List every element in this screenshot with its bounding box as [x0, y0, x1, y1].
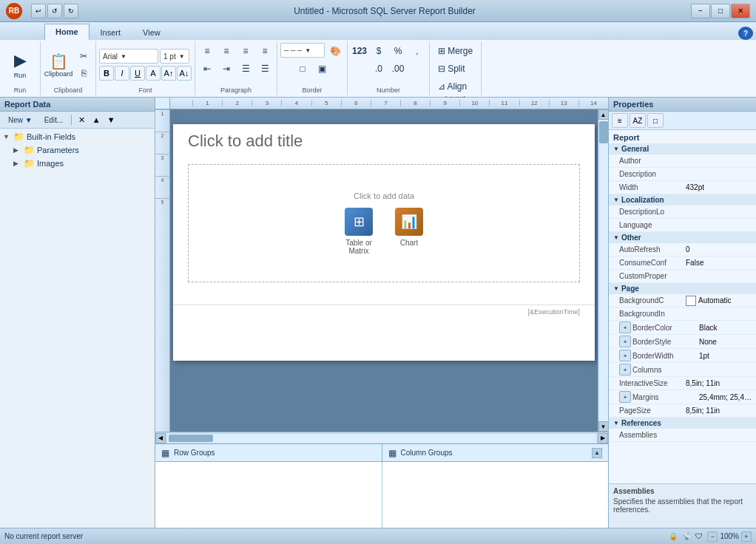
prop-row-borderstyle[interactable]: + BorderStyle None	[609, 335, 756, 349]
report-data-area[interactable]: Click to add data ⊞ Table orMatrix 📊 Cha…	[188, 164, 580, 282]
font-family-dropdown[interactable]: Arial ▼	[99, 49, 158, 64]
list-button[interactable]: ☰	[237, 61, 254, 77]
comma-button[interactable]: ,	[408, 43, 426, 59]
merge-button[interactable]: ⊞ Merge	[434, 43, 476, 59]
border-style-dropdown[interactable]: ─ ─ ─▼	[280, 43, 325, 58]
props-category-button[interactable]: ≡	[612, 113, 628, 128]
list-num-button[interactable]: ☰	[256, 61, 274, 77]
align-left-button[interactable]: ≡	[198, 43, 216, 59]
redo-fwd-button[interactable]: ↻	[64, 4, 78, 18]
props-alpha-button[interactable]: AZ	[630, 113, 646, 128]
prop-row-description[interactable]: Description	[609, 168, 756, 181]
bold-button[interactable]: B	[99, 66, 114, 81]
canvas-scroll[interactable]: Click to add title Click to add data ⊞ T…	[170, 109, 598, 432]
scroll-up-button[interactable]: ▲	[598, 109, 609, 120]
border-fill-button[interactable]: ▣	[313, 61, 331, 77]
currency-button[interactable]: $	[370, 43, 388, 59]
tree-item-images[interactable]: ▶ 📁 Images	[12, 157, 153, 170]
vertical-scrollbar[interactable]: ▲ ▼	[598, 109, 608, 432]
table-matrix-icon[interactable]: ⊞ Table orMatrix	[345, 208, 373, 255]
prop-row-author[interactable]: Author	[609, 154, 756, 168]
italic-button[interactable]: I	[115, 66, 129, 81]
align-right-button[interactable]: ≡	[237, 43, 254, 59]
prop-row-descriptionlo[interactable]: DescriptionLo	[609, 205, 756, 219]
chart-icon[interactable]: 📊 Chart	[395, 208, 423, 255]
scroll-left-button[interactable]: ◀	[155, 433, 166, 443]
delete-button[interactable]: ✕	[75, 113, 88, 126]
redo-back-button[interactable]: ↺	[47, 4, 62, 18]
align-justify-button[interactable]: ≡	[256, 43, 274, 59]
font-size-dropdown[interactable]: 1 pt ▼	[160, 49, 189, 64]
align-button[interactable]: ⊿ Align	[434, 78, 470, 95]
prop-group-header-references[interactable]: ▼ References	[609, 418, 756, 429]
title-bar-buttons[interactable]: ↩ ↺ ↻	[31, 4, 78, 18]
prop-group-header-general[interactable]: ▼ General	[609, 143, 756, 154]
window-controls[interactable]: − □ ✕	[691, 4, 750, 18]
tab-home[interactable]: Home	[44, 24, 90, 40]
indent-left-button[interactable]: ⇤	[198, 61, 216, 77]
prop-group-header-localization[interactable]: ▼ Localization	[609, 194, 756, 205]
move-up-button[interactable]: ▲	[90, 113, 103, 126]
maximize-button[interactable]: □	[711, 4, 730, 18]
expand-icon[interactable]: +	[619, 391, 631, 403]
prop-row-columns[interactable]: + Columns	[609, 363, 756, 377]
edit-button[interactable]: Edit...	[39, 114, 69, 126]
tree-item-parameters[interactable]: ▶ 📁 Parameters	[12, 143, 153, 157]
help-button[interactable]: ?	[738, 27, 753, 40]
zoom-in-button[interactable]: +	[741, 531, 752, 542]
prop-row-backgroundin[interactable]: BackgroundIn	[609, 307, 756, 321]
align-center-button[interactable]: ≡	[217, 43, 235, 59]
scroll-thumb[interactable]	[599, 121, 608, 143]
prop-row-borderwidth[interactable]: + BorderWidth 1pt	[609, 349, 756, 363]
scroll-right-button[interactable]: ▶	[598, 433, 608, 443]
increase-decimal-button[interactable]: .00	[389, 61, 407, 77]
expand-icon[interactable]: +	[619, 322, 631, 333]
indent-right-button[interactable]: ⇥	[217, 61, 235, 77]
tab-view[interactable]: View	[132, 24, 172, 40]
font-size-increase-button[interactable]: A↑	[161, 66, 176, 81]
scroll-down-button[interactable]: ▼	[598, 421, 609, 432]
prop-row-bordercolor[interactable]: + BorderColor Black	[609, 321, 756, 335]
prop-row-customproper[interactable]: CustomProper	[609, 270, 756, 283]
copy-button[interactable]: ⎘	[75, 65, 92, 81]
border-color-button[interactable]: 🎨	[326, 43, 344, 59]
border-apply-button[interactable]: □	[294, 61, 311, 77]
prop-row-autorefresh[interactable]: AutoRefresh 0	[609, 243, 756, 256]
prop-row-language[interactable]: Language	[609, 219, 756, 232]
prop-row-assemblies[interactable]: Assemblies	[609, 429, 756, 442]
font-color-button[interactable]: A	[146, 66, 161, 81]
font-size-decrease-button[interactable]: A↓	[177, 66, 192, 81]
expand-icon[interactable]: +	[619, 336, 631, 347]
prop-row-pagesize[interactable]: PageSize 8,5in; 11in	[609, 404, 756, 418]
underline-button[interactable]: U	[130, 66, 145, 81]
paste-button[interactable]: 📋 Clipboard	[44, 46, 73, 84]
horizontal-scrollbar[interactable]: ◀ ▶	[155, 432, 608, 443]
expand-icon[interactable]: +	[619, 364, 631, 375]
new-button[interactable]: New ▼	[3, 114, 38, 126]
zoom-out-button[interactable]: −	[707, 531, 718, 542]
cut-button[interactable]: ✂	[75, 48, 92, 64]
prop-group-header-page[interactable]: ▼ Page	[609, 283, 756, 294]
move-down-button[interactable]: ▼	[104, 113, 118, 126]
undo-button[interactable]: ↩	[31, 4, 46, 18]
decrease-decimal-button[interactable]: .0	[370, 61, 388, 77]
prop-group-header-other[interactable]: ▼ Other	[609, 232, 756, 243]
run-button[interactable]: ▶ Run	[3, 44, 37, 86]
prop-row-width[interactable]: Width 432pt	[609, 181, 756, 194]
tree-item-builtin-fields[interactable]: ▼ 📁 Built-in Fields	[1, 130, 153, 143]
number-format-button[interactable]: 123	[351, 43, 368, 59]
groups-panel-collapse-button[interactable]: ▲	[592, 448, 602, 458]
report-title-area[interactable]: Click to add title	[173, 124, 595, 157]
tab-insert[interactable]: Insert	[90, 24, 132, 40]
prop-row-margins[interactable]: + Margins 25,4mm; 25,4mm;	[609, 390, 756, 404]
prop-row-backgroundc[interactable]: BackgroundC Automatic	[609, 294, 756, 307]
minimize-button[interactable]: −	[691, 4, 710, 18]
close-button[interactable]: ✕	[731, 4, 750, 18]
percent-button[interactable]: %	[389, 43, 407, 59]
split-button[interactable]: ⊟ Split	[434, 61, 469, 77]
h-scroll-thumb[interactable]	[169, 435, 213, 442]
zoom-controls[interactable]: − 100% +	[707, 531, 752, 542]
prop-row-interactivesize[interactable]: InteractiveSize 8,5in; 11in	[609, 377, 756, 390]
prop-row-consumeconf[interactable]: ConsumeConf False	[609, 256, 756, 270]
props-pages-button[interactable]: □	[647, 113, 664, 128]
